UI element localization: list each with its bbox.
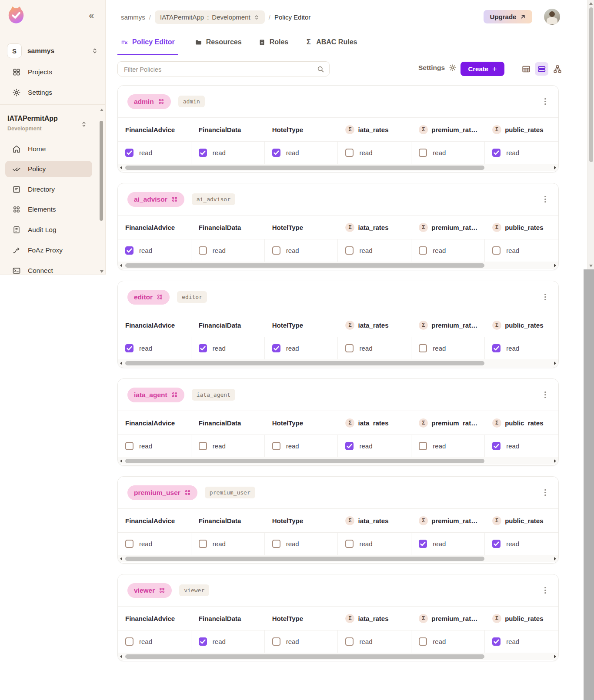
card-horizontal-scrollbar[interactable] [118,457,558,464]
read-checkbox[interactable] [199,246,207,255]
card-horizontal-scrollbar[interactable] [118,555,558,562]
card-menu-button[interactable] [541,390,550,400]
read-checkbox[interactable] [492,540,501,548]
card-horizontal-scrollbar[interactable] [118,653,558,660]
read-checkbox[interactable] [125,540,133,548]
read-checkbox[interactable] [419,246,427,255]
scroll-left-arrow[interactable] [120,557,122,561]
card-menu-button[interactable] [541,585,550,596]
role-pill[interactable]: ai_advisor [127,192,184,207]
sidebar-item-policy[interactable]: Policy [5,161,92,177]
card-menu-button[interactable] [541,96,550,107]
read-checkbox[interactable] [345,344,354,352]
sidebar-item-audit-log[interactable]: Audit Log [5,222,92,238]
read-checkbox[interactable] [345,442,354,450]
table-view-button[interactable] [519,62,533,76]
sidebar-item-directory[interactable]: Directory [5,181,92,198]
read-checkbox[interactable] [419,344,427,352]
read-checkbox[interactable] [199,442,207,450]
sidebar-collapse-icon[interactable]: « [89,10,94,20]
read-checkbox[interactable] [125,149,133,157]
breadcrumb-project-env-selector[interactable]: IATAPermitApp : Development [155,10,265,24]
scroll-right-arrow[interactable] [554,557,556,561]
scroll-up-arrow[interactable] [589,2,593,5]
scrollbar-thumb[interactable] [125,166,484,170]
read-checkbox[interactable] [199,149,207,157]
hierarchy-view-button[interactable] [551,62,564,76]
role-pill[interactable]: iata_agent [127,388,184,402]
sidebar-item-connect[interactable]: Connect [5,262,92,275]
read-checkbox[interactable] [125,637,133,646]
read-checkbox[interactable] [272,637,280,646]
read-checkbox[interactable] [199,344,207,352]
policy-settings-button[interactable]: Settings [418,64,457,72]
scrollbar-thumb[interactable] [100,121,103,221]
read-checkbox[interactable] [419,442,427,450]
scrollbar-thumb[interactable] [125,459,484,463]
tab-roles[interactable]: Roles [258,35,289,54]
sidebar-item-projects[interactable]: Projects [5,64,92,80]
read-checkbox[interactable] [199,540,207,548]
scrollbar-thumb[interactable] [125,557,484,561]
filter-policies-input[interactable] [123,62,312,76]
read-checkbox[interactable] [345,540,354,548]
scroll-left-arrow[interactable] [120,362,122,365]
scroll-left-arrow[interactable] [120,655,122,658]
scroll-right-arrow[interactable] [554,264,556,267]
scrollbar-thumb[interactable] [125,263,484,268]
main-vertical-scrollbar[interactable] [587,0,594,269]
read-checkbox[interactable] [125,246,133,255]
read-checkbox[interactable] [492,149,501,157]
read-checkbox[interactable] [419,149,427,157]
app-logo-icon[interactable] [6,5,26,25]
read-checkbox[interactable] [492,442,501,450]
role-pill[interactable]: editor [127,290,170,305]
read-checkbox[interactable] [125,344,133,352]
role-pill[interactable]: viewer [127,583,172,598]
scrollbar-thumb[interactable] [125,654,484,659]
role-pill[interactable]: admin [127,94,171,109]
user-avatar[interactable] [544,9,560,25]
upgrade-button[interactable]: Upgrade [484,10,532,23]
read-checkbox[interactable] [492,246,501,255]
card-menu-button[interactable] [541,194,550,205]
sidebar-scrollbar[interactable] [99,109,104,273]
read-checkbox[interactable] [492,637,501,646]
read-checkbox[interactable] [345,246,354,255]
scroll-right-arrow[interactable] [554,655,556,658]
sidebar-item-settings[interactable]: Settings [5,84,92,101]
scroll-up-arrow[interactable] [100,109,103,111]
read-checkbox[interactable] [199,637,207,646]
scroll-right-arrow[interactable] [554,166,556,169]
read-checkbox[interactable] [125,442,133,450]
card-menu-button[interactable] [541,292,550,302]
rows-view-button[interactable] [535,62,548,76]
scroll-down-arrow[interactable] [589,265,593,267]
card-horizontal-scrollbar[interactable] [118,164,558,171]
role-pill[interactable]: premium_user [127,485,197,500]
read-checkbox[interactable] [272,246,280,255]
card-menu-button[interactable] [541,488,550,498]
tab-policy-editor[interactable]: Policy Editor [117,35,178,55]
scroll-right-arrow[interactable] [554,362,556,365]
read-checkbox[interactable] [345,637,354,646]
read-checkbox[interactable] [419,637,427,646]
scrollbar-thumb[interactable] [589,7,593,162]
sidebar-item-foaz-proxy[interactable]: FoAz Proxy [5,242,92,259]
create-policy-button[interactable]: Create + [461,62,504,76]
tab-resources[interactable]: Resources [195,35,242,54]
scroll-down-arrow[interactable] [100,270,103,273]
scroll-left-arrow[interactable] [120,264,122,267]
tab-abac-rules[interactable]: Σ ABAC Rules [305,35,357,54]
read-checkbox[interactable] [272,442,280,450]
sidebar-item-elements[interactable]: Elements [5,201,92,218]
card-horizontal-scrollbar[interactable] [118,262,558,269]
workspace-selector[interactable]: S sammys [7,43,98,59]
scroll-left-arrow[interactable] [120,166,122,169]
scroll-left-arrow[interactable] [120,459,122,463]
read-checkbox[interactable] [492,344,501,352]
read-checkbox[interactable] [345,149,354,157]
read-checkbox[interactable] [272,344,280,352]
scroll-right-arrow[interactable] [554,459,556,463]
card-horizontal-scrollbar[interactable] [118,359,558,367]
